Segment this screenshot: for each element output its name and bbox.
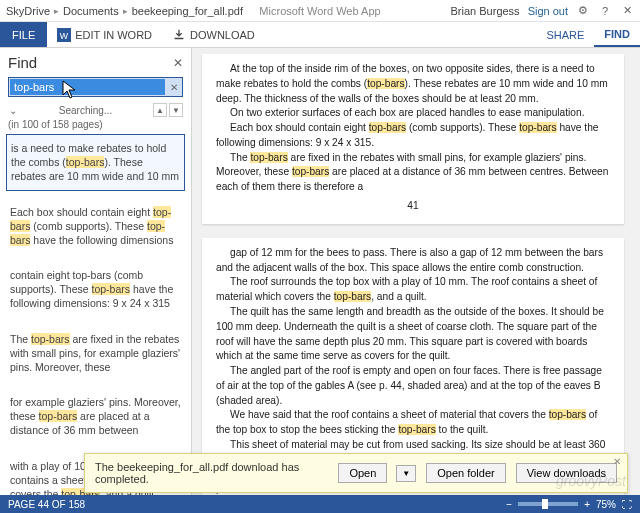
zoom-in-icon[interactable]: +	[584, 499, 590, 510]
search-result[interactable]: Each box should contain eight top-bars (…	[6, 199, 185, 255]
find-title: Find	[8, 54, 37, 71]
edit-in-word-button[interactable]: W EDIT IN WORD	[47, 22, 162, 47]
word-icon: W	[57, 28, 71, 42]
titlebar: SkyDrive ▸ Documents ▸ beekeeping_for_al…	[0, 0, 640, 22]
document-page: At the top of the inside rim of the boxe…	[202, 54, 624, 224]
download-icon	[172, 28, 186, 42]
breadcrumb-root[interactable]: SkyDrive	[6, 5, 50, 17]
zoom-out-icon[interactable]: −	[506, 499, 512, 510]
search-status: Searching...	[59, 105, 112, 116]
close-icon[interactable]: ✕	[620, 4, 634, 18]
search-result[interactable]: The top-bars are fixed in the rebates wi…	[6, 326, 185, 382]
close-panel-icon[interactable]: ✕	[173, 56, 183, 70]
search-box[interactable]: ✕	[8, 77, 183, 97]
document-viewport[interactable]: At the top of the inside rim of the boxe…	[192, 48, 640, 495]
zoom-level: 75%	[596, 499, 616, 510]
next-result-icon[interactable]: ▼	[169, 103, 183, 117]
close-notification-icon[interactable]: ✕	[613, 456, 621, 467]
open-file-button[interactable]: Open	[338, 463, 387, 483]
breadcrumb-file[interactable]: beekeeping_for_all.pdf	[132, 5, 243, 17]
signout-link[interactable]: Sign out	[528, 5, 568, 17]
open-dropdown-icon[interactable]: ▼	[396, 465, 416, 482]
clear-search-icon[interactable]: ✕	[166, 82, 182, 93]
chevron-right-icon: ▸	[123, 6, 128, 16]
results-list[interactable]: is a need to make rebates to hold the co…	[0, 134, 191, 495]
edit-in-word-label: EDIT IN WORD	[75, 29, 152, 41]
ribbon: FILE W EDIT IN WORD DOWNLOAD SHARE FIND	[0, 22, 640, 48]
user-name: Brian Burgess	[451, 5, 520, 17]
app-title: Microsoft Word Web App	[259, 5, 380, 17]
file-tab[interactable]: FILE	[0, 22, 47, 47]
share-tab[interactable]: SHARE	[536, 22, 594, 47]
result-count: (in 100 of 158 pages)	[8, 119, 183, 130]
find-panel: Find ✕ ✕ ⌄ Searching... ▲ ▼ (in 100 of 1…	[0, 48, 192, 495]
download-button[interactable]: DOWNLOAD	[162, 22, 265, 47]
svg-text:W: W	[60, 30, 69, 40]
page-status[interactable]: PAGE 44 OF 158	[8, 499, 85, 510]
download-message: The beekeeping_for_all.pdf download has …	[95, 461, 328, 485]
open-folder-button[interactable]: Open folder	[426, 463, 505, 483]
find-tab[interactable]: FIND	[594, 22, 640, 47]
zoom-slider[interactable]	[518, 502, 578, 506]
breadcrumb-folder[interactable]: Documents	[63, 5, 119, 17]
chevron-right-icon: ▸	[54, 6, 59, 16]
search-options-icon[interactable]: ⌄	[8, 105, 18, 116]
search-result[interactable]: is a need to make rebates to hold the co…	[6, 134, 185, 191]
prev-result-icon[interactable]: ▲	[153, 103, 167, 117]
help-icon[interactable]: ?	[598, 4, 612, 18]
search-input[interactable]	[10, 79, 165, 95]
settings-icon[interactable]: ⚙	[576, 4, 590, 18]
search-result[interactable]: contain eight top-bars (comb supports). …	[6, 262, 185, 318]
fullscreen-icon[interactable]: ⛶	[622, 499, 632, 510]
view-downloads-button[interactable]: View downloads	[516, 463, 617, 483]
download-label: DOWNLOAD	[190, 29, 255, 41]
status-bar: PAGE 44 OF 158 − + 75% ⛶	[0, 495, 640, 513]
search-result[interactable]: for example glaziers' pins. Moreover, th…	[6, 389, 185, 445]
download-notification: ✕ The beekeeping_for_all.pdf download ha…	[84, 453, 628, 493]
